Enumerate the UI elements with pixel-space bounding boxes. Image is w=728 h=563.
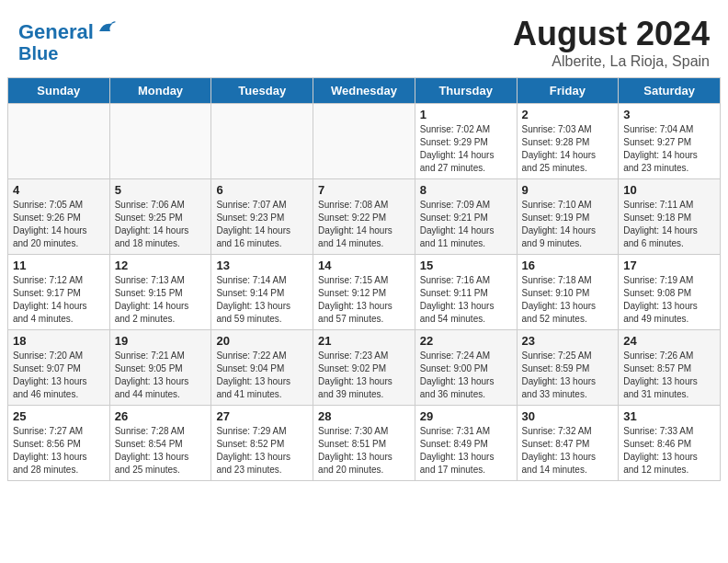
day-detail: Sunrise: 7:06 AM Sunset: 9:25 PM Dayligh…: [115, 199, 207, 250]
calendar-cell: 28Sunrise: 7:30 AM Sunset: 8:51 PM Dayli…: [313, 406, 415, 481]
day-detail: Sunrise: 7:27 AM Sunset: 8:56 PM Dayligh…: [13, 425, 105, 477]
day-detail: Sunrise: 7:11 AM Sunset: 9:18 PM Dayligh…: [623, 199, 715, 250]
day-detail: Sunrise: 7:03 AM Sunset: 9:28 PM Dayligh…: [522, 123, 614, 175]
day-detail: Sunrise: 7:24 AM Sunset: 9:00 PM Dayligh…: [420, 350, 512, 401]
day-detail: Sunrise: 7:32 AM Sunset: 8:47 PM Dayligh…: [522, 425, 614, 477]
day-number: 5: [115, 183, 207, 197]
logo-bird-icon: [96, 18, 116, 39]
day-detail: Sunrise: 7:26 AM Sunset: 8:57 PM Dayligh…: [623, 350, 715, 401]
day-detail: Sunrise: 7:19 AM Sunset: 9:08 PM Dayligh…: [623, 274, 715, 326]
calendar-cell: [8, 104, 110, 179]
day-detail: Sunrise: 7:30 AM Sunset: 8:51 PM Dayligh…: [318, 425, 410, 477]
weekday-header: Sunday: [8, 78, 110, 104]
calendar-title: August 2024: [513, 15, 710, 53]
header: General Blue August 2024 Alberite, La Ri…: [0, 0, 728, 77]
calendar-cell: [313, 104, 415, 179]
week-row: 25Sunrise: 7:27 AM Sunset: 8:56 PM Dayli…: [8, 406, 721, 481]
calendar-cell: 25Sunrise: 7:27 AM Sunset: 8:56 PM Dayli…: [8, 406, 110, 481]
logo: General Blue: [18, 21, 116, 63]
day-number: 16: [522, 259, 614, 272]
day-number: 3: [623, 108, 715, 121]
calendar-wrapper: SundayMondayTuesdayWednesdayThursdayFrid…: [0, 77, 728, 488]
day-number: 22: [420, 334, 512, 348]
weekday-row: SundayMondayTuesdayWednesdayThursdayFrid…: [8, 78, 721, 104]
day-detail: Sunrise: 7:16 AM Sunset: 9:11 PM Dayligh…: [420, 274, 512, 326]
calendar-cell: 4Sunrise: 7:05 AM Sunset: 9:26 PM Daylig…: [8, 179, 110, 255]
week-row: 18Sunrise: 7:20 AM Sunset: 9:07 PM Dayli…: [8, 330, 721, 406]
day-number: 13: [216, 259, 308, 272]
weekday-header: Tuesday: [211, 78, 313, 104]
day-number: 18: [13, 334, 105, 348]
day-detail: Sunrise: 7:08 AM Sunset: 9:22 PM Dayligh…: [318, 199, 410, 250]
day-detail: Sunrise: 7:15 AM Sunset: 9:12 PM Dayligh…: [318, 274, 410, 326]
day-number: 20: [216, 334, 308, 348]
logo-general: General: [18, 21, 94, 43]
day-detail: Sunrise: 7:21 AM Sunset: 9:05 PM Dayligh…: [115, 350, 207, 401]
day-number: 26: [115, 409, 207, 423]
calendar-cell: 7Sunrise: 7:08 AM Sunset: 9:22 PM Daylig…: [313, 179, 415, 255]
day-number: 19: [115, 334, 207, 348]
weekday-header: Monday: [109, 78, 211, 104]
weekday-header: Friday: [517, 78, 619, 104]
day-detail: Sunrise: 7:20 AM Sunset: 9:07 PM Dayligh…: [13, 350, 105, 401]
calendar-header: SundayMondayTuesdayWednesdayThursdayFrid…: [8, 78, 721, 104]
calendar-cell: 19Sunrise: 7:21 AM Sunset: 9:05 PM Dayli…: [109, 330, 211, 406]
calendar-cell: 22Sunrise: 7:24 AM Sunset: 9:00 PM Dayli…: [415, 330, 517, 406]
day-detail: Sunrise: 7:05 AM Sunset: 9:26 PM Dayligh…: [13, 199, 105, 250]
calendar-cell: 20Sunrise: 7:22 AM Sunset: 9:04 PM Dayli…: [211, 330, 313, 406]
calendar-cell: 3Sunrise: 7:04 AM Sunset: 9:27 PM Daylig…: [619, 104, 721, 179]
day-detail: Sunrise: 7:29 AM Sunset: 8:52 PM Dayligh…: [216, 425, 308, 477]
calendar-cell: 14Sunrise: 7:15 AM Sunset: 9:12 PM Dayli…: [313, 255, 415, 330]
calendar-cell: 9Sunrise: 7:10 AM Sunset: 9:19 PM Daylig…: [517, 179, 619, 255]
calendar-cell: 27Sunrise: 7:29 AM Sunset: 8:52 PM Dayli…: [211, 406, 313, 481]
day-number: 30: [522, 409, 614, 423]
day-number: 7: [318, 183, 410, 197]
day-number: 24: [623, 334, 715, 348]
calendar-cell: [211, 104, 313, 179]
calendar-cell: 24Sunrise: 7:26 AM Sunset: 8:57 PM Dayli…: [619, 330, 721, 406]
day-number: 27: [216, 409, 308, 423]
calendar-cell: 13Sunrise: 7:14 AM Sunset: 9:14 PM Dayli…: [211, 255, 313, 330]
day-number: 9: [522, 183, 614, 197]
day-number: 4: [13, 183, 105, 197]
day-detail: Sunrise: 7:04 AM Sunset: 9:27 PM Dayligh…: [623, 123, 715, 175]
day-number: 12: [115, 259, 207, 272]
calendar-cell: 23Sunrise: 7:25 AM Sunset: 8:59 PM Dayli…: [517, 330, 619, 406]
day-detail: Sunrise: 7:18 AM Sunset: 9:10 PM Dayligh…: [522, 274, 614, 326]
calendar-subtitle: Alberite, La Rioja, Spain: [513, 53, 710, 70]
week-row: 11Sunrise: 7:12 AM Sunset: 9:17 PM Dayli…: [8, 255, 721, 330]
calendar-cell: 6Sunrise: 7:07 AM Sunset: 9:23 PM Daylig…: [211, 179, 313, 255]
calendar-body: 1Sunrise: 7:02 AM Sunset: 9:29 PM Daylig…: [8, 104, 721, 481]
day-detail: Sunrise: 7:10 AM Sunset: 9:19 PM Dayligh…: [522, 199, 614, 250]
weekday-header: Saturday: [619, 78, 721, 104]
day-detail: Sunrise: 7:25 AM Sunset: 8:59 PM Dayligh…: [522, 350, 614, 401]
day-detail: Sunrise: 7:31 AM Sunset: 8:49 PM Dayligh…: [420, 425, 512, 477]
day-detail: Sunrise: 7:13 AM Sunset: 9:15 PM Dayligh…: [115, 274, 207, 326]
calendar-cell: 26Sunrise: 7:28 AM Sunset: 8:54 PM Dayli…: [109, 406, 211, 481]
day-number: 21: [318, 334, 410, 348]
title-block: August 2024 Alberite, La Rioja, Spain: [513, 15, 710, 70]
calendar-cell: 1Sunrise: 7:02 AM Sunset: 9:29 PM Daylig…: [415, 104, 517, 179]
calendar-cell: 5Sunrise: 7:06 AM Sunset: 9:25 PM Daylig…: [109, 179, 211, 255]
calendar-cell: [109, 104, 211, 179]
day-number: 15: [420, 259, 512, 272]
calendar-cell: 11Sunrise: 7:12 AM Sunset: 9:17 PM Dayli…: [8, 255, 110, 330]
day-detail: Sunrise: 7:07 AM Sunset: 9:23 PM Dayligh…: [216, 199, 308, 250]
day-number: 8: [420, 183, 512, 197]
calendar-cell: 15Sunrise: 7:16 AM Sunset: 9:11 PM Dayli…: [415, 255, 517, 330]
day-number: 17: [623, 259, 715, 272]
day-number: 1: [420, 108, 512, 121]
day-detail: Sunrise: 7:02 AM Sunset: 9:29 PM Dayligh…: [420, 123, 512, 175]
day-number: 6: [216, 183, 308, 197]
day-detail: Sunrise: 7:09 AM Sunset: 9:21 PM Dayligh…: [420, 199, 512, 250]
day-detail: Sunrise: 7:22 AM Sunset: 9:04 PM Dayligh…: [216, 350, 308, 401]
calendar-cell: 30Sunrise: 7:32 AM Sunset: 8:47 PM Dayli…: [517, 406, 619, 481]
calendar-cell: 16Sunrise: 7:18 AM Sunset: 9:10 PM Dayli…: [517, 255, 619, 330]
calendar-cell: 17Sunrise: 7:19 AM Sunset: 9:08 PM Dayli…: [619, 255, 721, 330]
day-detail: Sunrise: 7:23 AM Sunset: 9:02 PM Dayligh…: [318, 350, 410, 401]
calendar-cell: 10Sunrise: 7:11 AM Sunset: 9:18 PM Dayli…: [619, 179, 721, 255]
calendar-cell: 21Sunrise: 7:23 AM Sunset: 9:02 PM Dayli…: [313, 330, 415, 406]
day-number: 25: [13, 409, 105, 423]
weekday-header: Wednesday: [313, 78, 415, 104]
day-detail: Sunrise: 7:33 AM Sunset: 8:46 PM Dayligh…: [623, 425, 715, 477]
